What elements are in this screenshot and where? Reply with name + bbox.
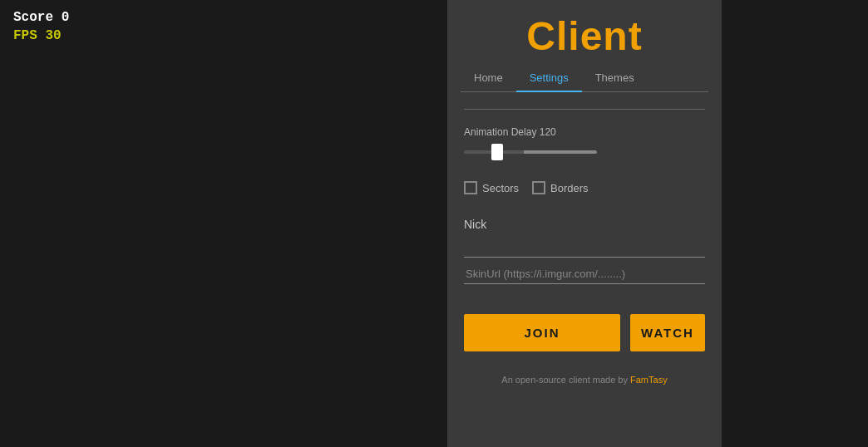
- score-display: Score 0: [13, 10, 288, 25]
- watch-button[interactable]: WATCH: [630, 314, 705, 351]
- animation-delay-section: Animation Delay 120: [464, 126, 705, 158]
- top-divider: [464, 109, 705, 110]
- modal: Client Home Settings Themes Animation De…: [447, 0, 722, 447]
- tab-bar: Home Settings Themes: [461, 66, 708, 92]
- left-panel: Score 0 FPS 30: [0, 0, 301, 447]
- nick-label: Nick: [464, 218, 705, 231]
- footer-text: An open-source client made by FamTasy: [464, 375, 705, 385]
- input-section: Nick: [464, 218, 705, 284]
- app-title: Client: [447, 0, 722, 66]
- sectors-checkbox[interactable]: [464, 181, 477, 194]
- skinurl-input[interactable]: [464, 264, 705, 284]
- animation-delay-label: Animation Delay 120: [464, 126, 705, 138]
- join-button[interactable]: JOIN: [464, 314, 620, 351]
- tab-themes[interactable]: Themes: [582, 66, 648, 92]
- nick-input[interactable]: [464, 238, 705, 258]
- tab-home[interactable]: Home: [461, 66, 516, 92]
- tab-settings[interactable]: Settings: [516, 66, 582, 92]
- buttons-row: JOIN WATCH: [464, 314, 705, 351]
- borders-checkbox-item[interactable]: Borders: [532, 181, 589, 194]
- footer-link[interactable]: FamTasy: [630, 375, 668, 385]
- borders-label: Borders: [550, 182, 589, 194]
- sectors-label: Sectors: [482, 182, 519, 194]
- sectors-checkbox-item[interactable]: Sectors: [464, 181, 519, 194]
- borders-checkbox[interactable]: [532, 181, 545, 194]
- animation-delay-slider[interactable]: [464, 150, 597, 154]
- checkboxes-row: Sectors Borders: [464, 181, 705, 194]
- settings-content: Animation Delay 120 Sectors Borders Nick: [447, 92, 722, 398]
- right-panel: Client Home Settings Themes Animation De…: [301, 0, 868, 447]
- fps-display: FPS 30: [13, 28, 288, 43]
